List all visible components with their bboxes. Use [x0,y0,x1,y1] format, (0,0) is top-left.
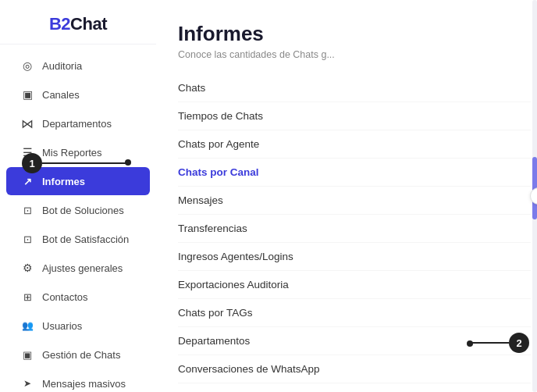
panel-title: Informes [178,22,537,46]
sidebar-item-label: Mensajes masivos [42,378,126,390]
departamentos-icon: ⋈ [20,116,34,130]
auditoria-icon: ◎ [20,59,34,73]
sidebar-item-ajustes[interactable]: ⚙ Ajustes generales [6,254,150,282]
annotation-2-line [470,342,509,344]
menu-item-chats-canal[interactable]: Chats por Canal [178,159,531,187]
menu-item-chats-agente[interactable]: Chats por Agente [178,130,531,159]
menu-item-conversaciones-wa[interactable]: Conversaciones de WhatsApp [178,355,531,383]
bot-satisfaccion-icon: ⊡ [20,232,34,246]
sidebar-item-bot-satisfaccion[interactable]: ⊡ Bot de Satisfacción [6,225,150,253]
menu-item-departamentos[interactable]: Departamentos [178,327,531,355]
sidebar-item-gestion-chats[interactable]: ▣ Gestión de Chats [6,340,150,369]
annotation-1-line [42,162,128,164]
sidebar-item-label: Canales [42,89,80,101]
sidebar-item-label: Departamentos [42,118,112,130]
sidebar-item-usuarios[interactable]: 👥 Usuarios [6,312,150,340]
sidebar-item-contactos[interactable]: ⊞ Contactos [6,283,150,311]
menu-item-chats-tags[interactable]: Chats por TAGs [178,299,531,327]
app-container: B2Chat ◎ Auditoria ▣ Canales ⋈ Departame… [0,0,537,392]
sidebar-item-auditoria[interactable]: ◎ Auditoria [6,52,150,80]
annotation-2-dot [467,340,473,347]
sidebar-item-canales[interactable]: ▣ Canales [6,80,150,109]
logo-chat: Chat [70,14,107,34]
contactos-icon: ⊞ [20,290,34,304]
canales-icon: ▣ [20,87,34,102]
sidebar-item-label: Gestión de Chats [42,349,120,361]
logo-b2: B2 [49,14,70,34]
sidebar-item-label: Auditoria [42,60,82,72]
annotation-1-dot [125,159,131,166]
menu-item-mensajes[interactable]: Mensajes [178,187,531,215]
annotation-2: 2 [509,333,529,353]
sidebar-item-label: Bot de Soluciones [42,205,124,216]
sidebar-item-label: Bot de Satisfacción [42,233,129,245]
nav-list: ◎ Auditoria ▣ Canales ⋈ Departamentos ☰ … [0,45,156,392]
menu-item-chats[interactable]: Chats [178,74,531,102]
menu-item-tiempos-chats[interactable]: Tiempos de Chats [178,102,531,130]
informes-menu-list: Chats Tiempos de Chats Chats por Agente … [178,74,537,392]
menu-item-transferencias[interactable]: Transferencias [178,215,531,243]
panel-subtitle: Conoce las cantidades de Chats g... [178,49,537,60]
ajustes-icon: ⚙ [20,261,34,275]
informes-panel: ‹ Informes Conoce las cantidades de Chat… [156,0,537,392]
sidebar-item-bot-soluciones[interactable]: ⊡ Bot de Soluciones [6,196,150,224]
sidebar-item-label: Usuarios [42,320,82,332]
gestion-chats-icon: ▣ [20,347,34,362]
menu-item-ingresos[interactable]: Ingresos Agentes/Logins [178,243,531,271]
sidebar-item-label: Ajustes generales [42,262,123,274]
logo: B2Chat [49,14,107,34]
informes-icon: ↗ [20,174,34,188]
menu-item-adquisicion-wa[interactable]: Adquisición WhatsApp [178,383,531,392]
sidebar-item-mensajes-masivos[interactable]: ➤ Mensajes masivos [6,369,150,392]
sidebar-item-departamentos[interactable]: ⋈ Departamentos [6,109,150,137]
sidebar-item-label: Informes [42,176,85,187]
sidebar-item-label: Mis Reportes [42,147,102,159]
usuarios-icon: 👥 [20,319,34,333]
main-content: ‹ Informes Conoce las cantidades de Chat… [156,0,537,392]
sidebar-item-label: Contactos [42,291,88,303]
mensajes-masivos-icon: ➤ [20,376,34,390]
menu-item-exportaciones[interactable]: Exportaciones Auditoria [178,271,531,299]
bot-soluciones-icon: ⊡ [20,203,34,217]
annotation-1: 1 [22,153,42,173]
logo-area: B2Chat [0,0,156,45]
sidebar: B2Chat ◎ Auditoria ▣ Canales ⋈ Departame… [0,0,156,392]
